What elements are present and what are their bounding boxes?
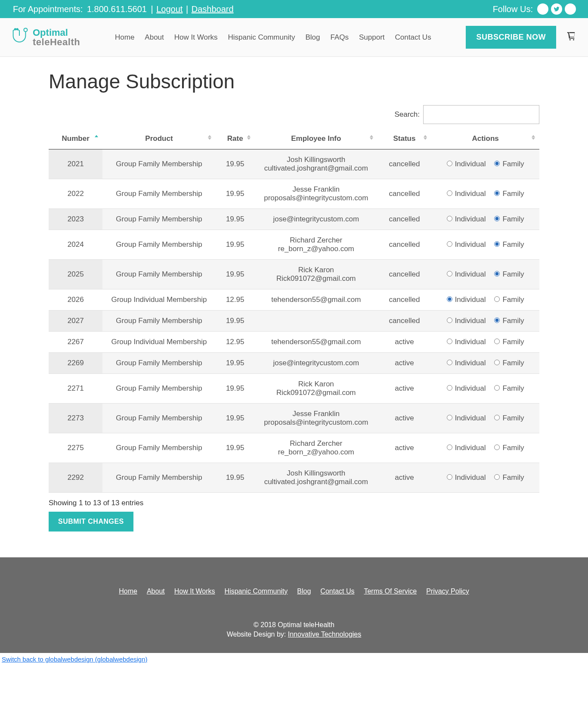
radio-family[interactable] — [494, 317, 500, 323]
footer-how[interactable]: How It Works — [174, 587, 215, 595]
radio-individual[interactable] — [447, 317, 452, 323]
design-link[interactable]: Innovative Technologies — [288, 631, 362, 638]
radio-individual-label[interactable]: Individual — [447, 190, 486, 198]
logout-link[interactable]: Logout — [156, 4, 183, 14]
page-title: Manage Subscription — [49, 70, 539, 93]
switch-back-link[interactable]: Switch back to globalwebdesign (globalwe… — [0, 653, 588, 665]
submit-changes-button[interactable]: SUBMIT CHANGES — [49, 512, 133, 532]
col-product[interactable]: Product — [102, 128, 215, 149]
radio-individual-label[interactable]: Individual — [447, 317, 486, 325]
radio-individual-label[interactable]: Individual — [447, 160, 486, 168]
radio-family[interactable] — [494, 444, 500, 450]
radio-individual[interactable] — [447, 241, 452, 247]
radio-individual[interactable] — [447, 339, 452, 344]
radio-family-label[interactable]: Family — [494, 215, 524, 223]
footer-privacy[interactable]: Privacy Policy — [426, 587, 469, 595]
radio-family[interactable] — [494, 241, 500, 247]
facebook-icon[interactable]: f — [537, 3, 548, 15]
cell-rate: 12.95 — [216, 332, 255, 353]
radio-individual[interactable] — [447, 216, 452, 221]
radio-individual-label[interactable]: Individual — [447, 473, 486, 482]
radio-individual[interactable] — [447, 296, 452, 302]
radio-individual-label[interactable]: Individual — [447, 215, 486, 223]
radio-individual-label[interactable]: Individual — [447, 270, 486, 278]
nav-support[interactable]: Support — [359, 33, 385, 42]
twitter-icon[interactable] — [551, 3, 562, 15]
radio-individual[interactable] — [447, 360, 452, 365]
nav-blog[interactable]: Blog — [305, 33, 320, 42]
cell-employee — [255, 311, 378, 332]
cart-icon[interactable] — [566, 31, 576, 44]
radio-family[interactable] — [494, 339, 500, 344]
nav-faqs[interactable]: FAQs — [330, 33, 349, 42]
cell-status: cancelled — [378, 149, 431, 179]
dashboard-link[interactable]: Dashboard — [192, 4, 234, 14]
radio-family-label[interactable]: Family — [494, 384, 524, 392]
cell-product: Group Individual Membership — [102, 289, 215, 311]
radio-family[interactable] — [494, 415, 500, 420]
footer-terms[interactable]: Terms Of Service — [364, 587, 417, 595]
logo[interactable]: Optimal teleHealth — [12, 27, 80, 48]
radio-family-label[interactable]: Family — [494, 338, 524, 346]
radio-family[interactable] — [494, 271, 500, 277]
radio-family[interactable] — [494, 190, 500, 196]
radio-individual-label[interactable]: Individual — [447, 384, 486, 392]
radio-individual[interactable] — [447, 474, 452, 480]
radio-family[interactable] — [494, 296, 500, 302]
topbar-left: For Appointments: 1.800.611.5601 | Logou… — [12, 4, 234, 14]
radio-individual-label[interactable]: Individual — [447, 338, 486, 346]
cell-actions: IndividualFamily — [431, 289, 539, 311]
radio-family-label[interactable]: Family — [494, 295, 524, 304]
cell-product: Group Family Membership — [102, 149, 215, 179]
radio-family[interactable] — [494, 216, 500, 221]
footer-hispanic[interactable]: Hispanic Community — [225, 587, 288, 595]
nav-about[interactable]: About — [145, 33, 164, 42]
radio-individual-label[interactable]: Individual — [447, 444, 486, 452]
col-status[interactable]: Status — [378, 128, 431, 149]
cell-status: active — [378, 374, 431, 404]
footer-links: Home About How It Works Hispanic Communi… — [9, 587, 579, 595]
nav-home[interactable]: Home — [115, 33, 134, 42]
footer-home[interactable]: Home — [119, 587, 137, 595]
cell-employee: Richard Zercherre_born_z@yahoo.com — [255, 230, 378, 260]
nav-contact[interactable]: Contact Us — [395, 33, 431, 42]
subscribe-now-button[interactable]: SUBSCRIBE NOW — [466, 26, 556, 49]
radio-individual-label[interactable]: Individual — [447, 359, 486, 367]
search-input[interactable] — [423, 105, 539, 124]
col-rate[interactable]: Rate — [216, 128, 255, 149]
nav-hispanic-community[interactable]: Hispanic Community — [228, 33, 295, 42]
radio-individual[interactable] — [447, 190, 452, 196]
footer-about[interactable]: About — [147, 587, 165, 595]
radio-individual[interactable] — [447, 161, 452, 166]
col-number[interactable]: Number — [49, 128, 102, 149]
radio-family-label[interactable]: Family — [494, 160, 524, 168]
linkedin-icon[interactable]: in — [565, 3, 576, 15]
radio-family-label[interactable]: Family — [494, 270, 524, 278]
radio-individual[interactable] — [447, 444, 452, 450]
radio-family-label[interactable]: Family — [494, 240, 524, 249]
radio-individual[interactable] — [447, 271, 452, 277]
cell-product: Group Family Membership — [102, 374, 215, 404]
radio-family[interactable] — [494, 360, 500, 365]
radio-family-label[interactable]: Family — [494, 414, 524, 422]
footer-blog[interactable]: Blog — [297, 587, 311, 595]
radio-individual-label[interactable]: Individual — [447, 414, 486, 422]
radio-family-label[interactable]: Family — [494, 190, 524, 198]
radio-family-label[interactable]: Family — [494, 317, 524, 325]
radio-individual-label[interactable]: Individual — [447, 295, 486, 304]
col-actions[interactable]: Actions — [431, 128, 539, 149]
nav-how-it-works[interactable]: How It Works — [174, 33, 218, 42]
radio-family[interactable] — [494, 474, 500, 480]
radio-individual[interactable] — [447, 385, 452, 391]
radio-family-label[interactable]: Family — [494, 444, 524, 452]
radio-family[interactable] — [494, 385, 500, 391]
cell-product: Group Family Membership — [102, 433, 215, 463]
radio-family-label[interactable]: Family — [494, 359, 524, 367]
footer-contact[interactable]: Contact Us — [320, 587, 354, 595]
radio-family-label[interactable]: Family — [494, 473, 524, 482]
radio-family[interactable] — [494, 161, 500, 166]
cell-actions: IndividualFamily — [431, 433, 539, 463]
radio-individual[interactable] — [447, 415, 452, 420]
radio-individual-label[interactable]: Individual — [447, 240, 486, 249]
col-employee[interactable]: Employee Info — [255, 128, 378, 149]
